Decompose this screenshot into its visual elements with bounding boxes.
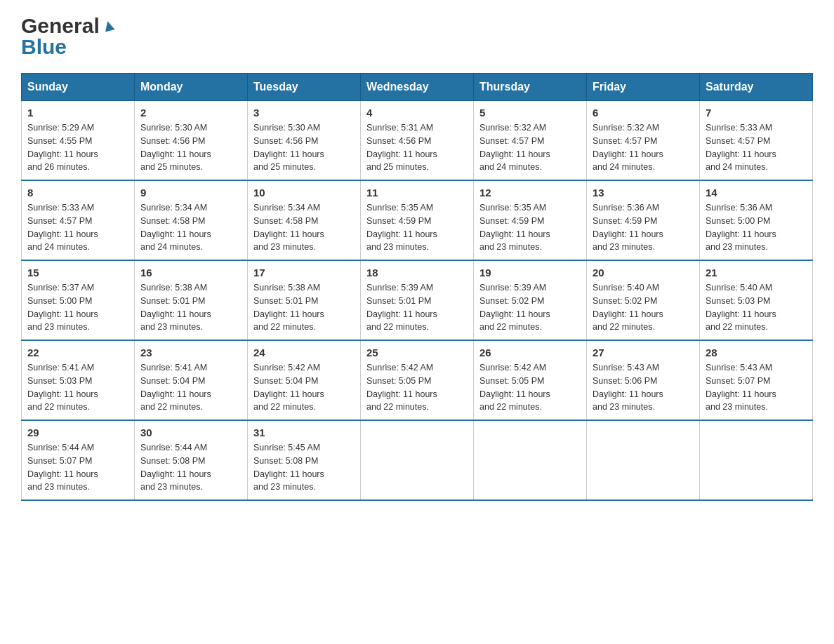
calendar-cell: 19 Sunrise: 5:39 AM Sunset: 5:02 PM Dayl… xyxy=(474,260,587,340)
day-info: Sunrise: 5:29 AM Sunset: 4:55 PM Dayligh… xyxy=(27,121,128,174)
calendar-cell: 12 Sunrise: 5:35 AM Sunset: 4:59 PM Dayl… xyxy=(474,180,587,260)
logo: General Blue xyxy=(21,14,117,59)
day-info: Sunrise: 5:43 AM Sunset: 5:06 PM Dayligh… xyxy=(593,361,694,414)
day-info: Sunrise: 5:39 AM Sunset: 5:01 PM Dayligh… xyxy=(366,281,468,334)
day-info: Sunrise: 5:30 AM Sunset: 4:56 PM Dayligh… xyxy=(253,121,355,174)
day-number: 11 xyxy=(366,187,468,199)
calendar-cell: 29 Sunrise: 5:44 AM Sunset: 5:07 PM Dayl… xyxy=(22,420,135,500)
day-number: 4 xyxy=(366,107,468,119)
day-number: 5 xyxy=(479,107,581,119)
calendar-cell: 5 Sunrise: 5:32 AM Sunset: 4:57 PM Dayli… xyxy=(474,101,587,181)
day-info: Sunrise: 5:39 AM Sunset: 5:02 PM Dayligh… xyxy=(479,281,581,334)
day-info: Sunrise: 5:34 AM Sunset: 4:58 PM Dayligh… xyxy=(140,201,241,254)
week-row-3: 15 Sunrise: 5:37 AM Sunset: 5:00 PM Dayl… xyxy=(22,260,813,340)
calendar-cell: 22 Sunrise: 5:41 AM Sunset: 5:03 PM Dayl… xyxy=(22,340,135,420)
calendar-cell xyxy=(587,420,700,500)
day-info: Sunrise: 5:45 AM Sunset: 5:08 PM Dayligh… xyxy=(253,441,355,494)
calendar-cell xyxy=(474,420,587,500)
calendar-cell: 3 Sunrise: 5:30 AM Sunset: 4:56 PM Dayli… xyxy=(248,101,361,181)
calendar-cell: 14 Sunrise: 5:36 AM Sunset: 5:00 PM Dayl… xyxy=(700,180,813,260)
day-info: Sunrise: 5:30 AM Sunset: 4:56 PM Dayligh… xyxy=(140,121,241,174)
calendar-cell: 24 Sunrise: 5:42 AM Sunset: 5:04 PM Dayl… xyxy=(248,340,361,420)
calendar-cell: 17 Sunrise: 5:38 AM Sunset: 5:01 PM Dayl… xyxy=(248,260,361,340)
day-number: 28 xyxy=(706,347,807,358)
calendar-cell: 15 Sunrise: 5:37 AM Sunset: 5:00 PM Dayl… xyxy=(22,260,135,340)
calendar-cell: 8 Sunrise: 5:33 AM Sunset: 4:57 PM Dayli… xyxy=(22,180,135,260)
header-day-monday: Monday xyxy=(135,74,248,101)
header-day-friday: Friday xyxy=(587,74,700,101)
day-number: 1 xyxy=(27,107,128,119)
calendar-cell xyxy=(700,420,813,500)
day-number: 8 xyxy=(27,187,128,199)
day-info: Sunrise: 5:40 AM Sunset: 5:03 PM Dayligh… xyxy=(706,281,807,334)
calendar-cell: 21 Sunrise: 5:40 AM Sunset: 5:03 PM Dayl… xyxy=(700,260,813,340)
week-row-1: 1 Sunrise: 5:29 AM Sunset: 4:55 PM Dayli… xyxy=(22,101,813,181)
day-info: Sunrise: 5:40 AM Sunset: 5:02 PM Dayligh… xyxy=(593,281,694,334)
calendar-cell: 4 Sunrise: 5:31 AM Sunset: 4:56 PM Dayli… xyxy=(361,101,474,181)
day-info: Sunrise: 5:42 AM Sunset: 5:05 PM Dayligh… xyxy=(366,361,468,414)
calendar-cell: 13 Sunrise: 5:36 AM Sunset: 4:59 PM Dayl… xyxy=(587,180,700,260)
day-number: 2 xyxy=(140,107,241,119)
calendar-cell: 7 Sunrise: 5:33 AM Sunset: 4:57 PM Dayli… xyxy=(700,101,813,181)
calendar-cell: 20 Sunrise: 5:40 AM Sunset: 5:02 PM Dayl… xyxy=(587,260,700,340)
calendar-cell: 23 Sunrise: 5:41 AM Sunset: 5:04 PM Dayl… xyxy=(135,340,248,420)
day-number: 30 xyxy=(140,427,241,438)
week-row-5: 29 Sunrise: 5:44 AM Sunset: 5:07 PM Dayl… xyxy=(22,420,813,500)
day-info: Sunrise: 5:36 AM Sunset: 4:59 PM Dayligh… xyxy=(593,201,694,254)
day-info: Sunrise: 5:32 AM Sunset: 4:57 PM Dayligh… xyxy=(593,121,694,174)
day-number: 21 xyxy=(706,267,807,279)
day-number: 14 xyxy=(706,187,807,199)
day-number: 26 xyxy=(479,347,581,358)
day-number: 6 xyxy=(593,107,694,119)
day-number: 19 xyxy=(479,267,581,279)
day-number: 18 xyxy=(366,267,468,279)
day-number: 16 xyxy=(140,267,241,279)
header-day-tuesday: Tuesday xyxy=(248,74,361,101)
day-number: 31 xyxy=(253,427,355,438)
day-info: Sunrise: 5:44 AM Sunset: 5:08 PM Dayligh… xyxy=(140,441,241,494)
day-number: 17 xyxy=(253,267,355,279)
day-info: Sunrise: 5:42 AM Sunset: 5:04 PM Dayligh… xyxy=(253,361,355,414)
calendar-cell: 27 Sunrise: 5:43 AM Sunset: 5:06 PM Dayl… xyxy=(587,340,700,420)
day-info: Sunrise: 5:35 AM Sunset: 4:59 PM Dayligh… xyxy=(366,201,468,254)
day-info: Sunrise: 5:43 AM Sunset: 5:07 PM Dayligh… xyxy=(706,361,807,414)
day-number: 13 xyxy=(593,187,694,199)
calendar-cell: 11 Sunrise: 5:35 AM Sunset: 4:59 PM Dayl… xyxy=(361,180,474,260)
calendar-cell: 6 Sunrise: 5:32 AM Sunset: 4:57 PM Dayli… xyxy=(587,101,700,181)
logo-triangle-icon xyxy=(101,18,117,36)
calendar-cell: 31 Sunrise: 5:45 AM Sunset: 5:08 PM Dayl… xyxy=(248,420,361,500)
calendar-cell: 18 Sunrise: 5:39 AM Sunset: 5:01 PM Dayl… xyxy=(361,260,474,340)
day-info: Sunrise: 5:32 AM Sunset: 4:57 PM Dayligh… xyxy=(479,121,581,174)
day-number: 29 xyxy=(27,427,128,438)
calendar-cell: 2 Sunrise: 5:30 AM Sunset: 4:56 PM Dayli… xyxy=(135,101,248,181)
page-header: General Blue xyxy=(21,14,813,59)
day-info: Sunrise: 5:37 AM Sunset: 5:00 PM Dayligh… xyxy=(27,281,128,334)
calendar-header: SundayMondayTuesdayWednesdayThursdayFrid… xyxy=(22,74,813,101)
calendar-cell: 25 Sunrise: 5:42 AM Sunset: 5:05 PM Dayl… xyxy=(361,340,474,420)
calendar-cell: 1 Sunrise: 5:29 AM Sunset: 4:55 PM Dayli… xyxy=(22,101,135,181)
calendar-cell: 10 Sunrise: 5:34 AM Sunset: 4:58 PM Dayl… xyxy=(248,180,361,260)
calendar-table: SundayMondayTuesdayWednesdayThursdayFrid… xyxy=(21,73,813,501)
day-info: Sunrise: 5:31 AM Sunset: 4:56 PM Dayligh… xyxy=(366,121,468,174)
header-day-saturday: Saturday xyxy=(700,74,813,101)
header-day-thursday: Thursday xyxy=(474,74,587,101)
calendar-cell: 9 Sunrise: 5:34 AM Sunset: 4:58 PM Dayli… xyxy=(135,180,248,260)
day-info: Sunrise: 5:41 AM Sunset: 5:03 PM Dayligh… xyxy=(27,361,128,414)
calendar-cell: 28 Sunrise: 5:43 AM Sunset: 5:07 PM Dayl… xyxy=(700,340,813,420)
calendar-cell: 26 Sunrise: 5:42 AM Sunset: 5:05 PM Dayl… xyxy=(474,340,587,420)
day-number: 22 xyxy=(27,347,128,358)
day-info: Sunrise: 5:38 AM Sunset: 5:01 PM Dayligh… xyxy=(253,281,355,334)
day-number: 20 xyxy=(593,267,694,279)
day-info: Sunrise: 5:35 AM Sunset: 4:59 PM Dayligh… xyxy=(479,201,581,254)
day-info: Sunrise: 5:33 AM Sunset: 4:57 PM Dayligh… xyxy=(706,121,807,174)
calendar-cell xyxy=(361,420,474,500)
day-number: 15 xyxy=(27,267,128,279)
day-info: Sunrise: 5:38 AM Sunset: 5:01 PM Dayligh… xyxy=(140,281,241,334)
day-number: 27 xyxy=(593,347,694,358)
header-row: SundayMondayTuesdayWednesdayThursdayFrid… xyxy=(22,74,813,101)
week-row-4: 22 Sunrise: 5:41 AM Sunset: 5:03 PM Dayl… xyxy=(22,340,813,420)
calendar-body: 1 Sunrise: 5:29 AM Sunset: 4:55 PM Dayli… xyxy=(22,101,813,501)
logo-general-text: General xyxy=(21,14,100,38)
day-info: Sunrise: 5:42 AM Sunset: 5:05 PM Dayligh… xyxy=(479,361,581,414)
day-info: Sunrise: 5:34 AM Sunset: 4:58 PM Dayligh… xyxy=(253,201,355,254)
